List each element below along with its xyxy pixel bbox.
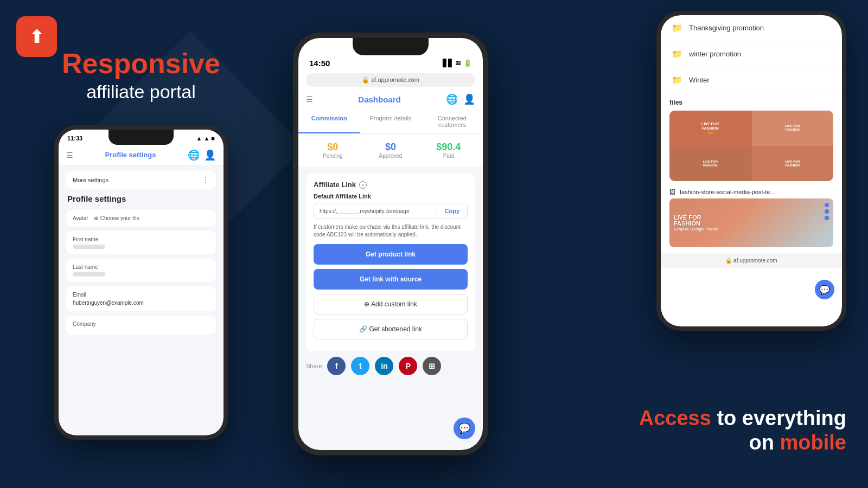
fashion-cell-1: LIVE FORFASHION ▪▪▪▪▪ (669, 111, 751, 146)
company-label: Company (73, 321, 209, 327)
center-user-icon[interactable]: 👤 (463, 93, 475, 105)
right-section: 📁 Thanksgiving promotion 📁 winter promot… (542, 0, 868, 488)
globe-icon[interactable]: 🌐 (188, 149, 200, 161)
fashion-cell-3: LIVE FORFASHION (669, 146, 751, 182)
linkedin-share-button[interactable]: in (375, 357, 393, 375)
folder-icon-1: 📁 (672, 23, 682, 33)
link-note: If customers make purchase via this affi… (314, 223, 468, 239)
files-title: files (669, 99, 833, 106)
folder-winter-label: Winter (689, 76, 710, 84)
left-phone-notch (108, 130, 174, 145)
copy-button[interactable]: Copy (437, 203, 468, 219)
email-label: Email (73, 292, 209, 298)
last-name-card: Last name (66, 259, 216, 282)
headline-portal: affiliate portal (62, 80, 220, 104)
center-section: 14:50 ▋▋ ≋ 🔋 🔒 af.uppromote.com ☰ Dashbo… (260, 0, 521, 488)
folder-icon-3: 📁 (672, 75, 682, 85)
affiliate-link-section: Affiliate Link i Default Affiliate Link … (306, 173, 475, 351)
first-name-input[interactable] (73, 245, 105, 249)
fashion-grid: LIVE FORFASHION ▪▪▪▪▪ LIVE FORFASHION LI… (669, 111, 833, 181)
center-url-bar[interactable]: 🔒 af.uppromote.com (306, 73, 475, 87)
more-settings-row[interactable]: More settings ⋮ (66, 171, 216, 189)
approved-value: $0 (364, 142, 418, 153)
folder-list: 📁 Thanksgiving promotion 📁 winter promot… (661, 15, 842, 93)
affiliate-link-title: Affiliate Link i (314, 181, 468, 189)
lock-icon: 🔒 (362, 76, 369, 83)
qr-share-button[interactable]: ⊞ (423, 357, 441, 375)
on-text: on (749, 431, 774, 454)
more-settings-label: More settings (73, 177, 108, 183)
email-value: hubertnguyen@example.com (73, 300, 209, 306)
tab-program[interactable]: Program details (360, 110, 421, 133)
bottom-right-text: Access to everything on mobile (639, 406, 846, 455)
center-tabs: Commission Program details Connected cus… (298, 110, 483, 134)
choose-file-btn[interactable]: ⊕ Choose your file (94, 215, 139, 221)
file-name-row: 🖼 fashion-store-social-media-post-te... (669, 185, 833, 198)
folder-winter[interactable]: 📁 Winter (661, 67, 842, 93)
center-header: ☰ Dashboard 🌐 👤 (298, 89, 483, 110)
affiliate-info-icon[interactable]: i (359, 181, 367, 189)
folder-winter-promo-label: winter promotion (689, 50, 741, 58)
first-name-label: First name (73, 236, 209, 242)
stat-pending: $0 Pending (306, 142, 360, 159)
first-name-card: First name (66, 231, 216, 254)
last-name-label: Last name (73, 264, 209, 270)
link-input[interactable] (314, 204, 437, 219)
center-status-icons: ▋▋ ≋ 🔋 (443, 59, 472, 67)
left-section: Responsive affiliate portal 11:33 ▲ ▲ ■ … (0, 0, 282, 488)
plus-circle-icon: ⊕ (364, 300, 371, 308)
email-card: Email hubertnguyen@example.com (66, 286, 216, 311)
right-phone-screen: 📁 Thanksgiving promotion 📁 winter promot… (661, 15, 842, 326)
left-content: More settings ⋮ Profile settings Avatar … (59, 166, 224, 344)
right-chat-bubble[interactable]: 💬 (815, 280, 834, 299)
user-icon[interactable]: 👤 (204, 149, 216, 161)
access-line-1: Access to everything (639, 406, 846, 431)
pinterest-share-button[interactable]: P (399, 357, 417, 375)
facebook-share-button[interactable]: f (327, 357, 346, 375)
twitter-share-button[interactable]: t (351, 357, 369, 375)
stat-paid: $90.4 Paid (422, 142, 475, 159)
center-hamburger-icon[interactable]: ☰ (306, 95, 313, 104)
folder-thanksgiving-label: Thanksgiving promotion (689, 24, 764, 32)
last-name-input[interactable] (73, 272, 105, 277)
avatar-card: Avatar ⊕ Choose your file (66, 210, 216, 227)
left-phone-screen: 11:33 ▲ ▲ ■ ☰ Profile settings 🌐 👤 More … (59, 130, 224, 435)
hamburger-icon[interactable]: ☰ (66, 151, 73, 159)
right-phone: 📁 Thanksgiving promotion 📁 winter promot… (656, 11, 846, 331)
folder-winter-promo[interactable]: 📁 winter promotion (661, 41, 842, 67)
get-product-link-button[interactable]: Get product link (314, 244, 468, 265)
pending-label: Pending (306, 153, 360, 159)
access-line-2: on mobile (639, 431, 846, 455)
company-card: Company (66, 316, 216, 335)
more-settings-dots[interactable]: ⋮ (202, 176, 209, 184)
fashion-cell-4: LIVE FORFASHION (752, 146, 834, 182)
banner-image: LIVE FORFASHION Graphic Design Trends (669, 198, 833, 247)
tab-commission[interactable]: Commission (298, 110, 360, 133)
center-globe-icon[interactable]: 🌐 (446, 93, 458, 105)
left-header: ☰ Profile settings 🌐 👤 (59, 145, 224, 166)
left-phone: 11:33 ▲ ▲ ■ ☰ Profile settings 🌐 👤 More … (54, 125, 228, 440)
get-link-source-button[interactable]: Get link with source (314, 269, 468, 290)
headline: Responsive affiliate portal (62, 48, 220, 103)
paid-label: Paid (422, 153, 475, 159)
get-shortened-link-button[interactable]: 🔗 Get shortened link (314, 319, 468, 339)
approved-label: Approved (364, 153, 418, 159)
fashion-image-card: LIVE FORFASHION ▪▪▪▪▪ LIVE FORFASHION LI… (669, 111, 833, 181)
center-phone: 14:50 ▋▋ ≋ 🔋 🔒 af.uppromote.com ☰ Dashbo… (293, 33, 488, 455)
center-chat-bubble[interactable]: 💬 (454, 418, 475, 439)
folder-thanksgiving[interactable]: 📁 Thanksgiving promotion (661, 15, 842, 41)
banner-dots (825, 203, 829, 220)
file-name-label: fashion-store-social-media-post-te... (680, 189, 775, 195)
to-everything-text: to everything (717, 407, 846, 429)
left-time: 11:33 (67, 135, 82, 142)
link-input-row: Copy (314, 203, 468, 219)
left-header-title: Profile settings (105, 151, 156, 159)
center-dashboard-title: Dashboard (358, 95, 400, 104)
right-url-bar: 🔒 af.uppromote.com (661, 253, 842, 268)
tab-connected[interactable]: Connected customers (422, 110, 483, 133)
pending-value: $0 (306, 142, 360, 153)
center-url: af.uppromote.com (371, 76, 419, 83)
add-custom-link-button[interactable]: ⊕ Add custom link (314, 294, 468, 314)
left-status-icons: ▲ ▲ ■ (196, 135, 215, 142)
profile-settings-title: Profile settings (66, 194, 216, 203)
